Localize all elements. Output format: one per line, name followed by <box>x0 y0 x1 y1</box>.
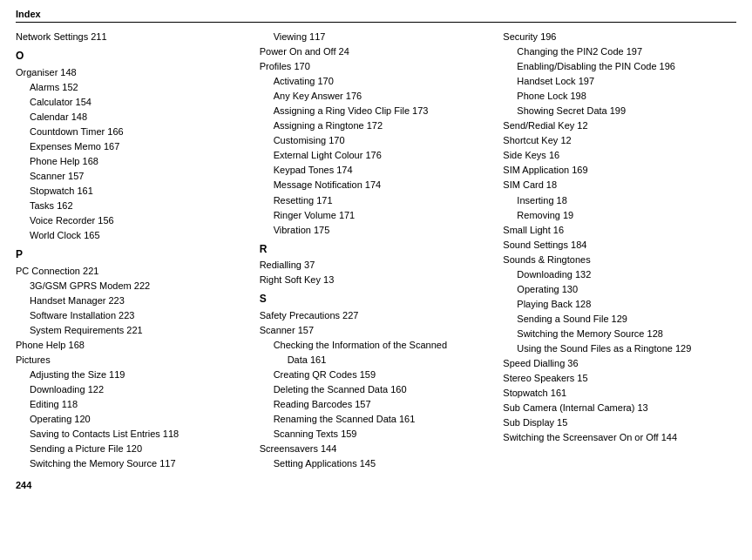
index-entry-indent1: Message Notification 174 <box>274 178 493 192</box>
index-entry-indent1: Deleting the Scanned Data 160 <box>274 382 493 397</box>
column-2: Viewing 117Power On and Off 24Profiles 1… <box>260 30 504 471</box>
section-letter: S <box>260 291 493 307</box>
index-entry-indent1: Stopwatch 161 <box>30 184 249 199</box>
index-entry-indent1: Setting Applications 145 <box>274 456 493 471</box>
index-entry-indent1: Keypad Tones 174 <box>274 163 493 178</box>
index-entry-indent1: Switching the Memory Source 117 <box>30 456 249 471</box>
index-entry-indent1: Countdown Timer 166 <box>30 125 249 139</box>
index-entry-top: Right Soft Key 13 <box>260 273 493 287</box>
index-entry-indent1: Handset Lock 197 <box>517 74 736 89</box>
index-entry-top: Security 196 <box>503 30 736 44</box>
index-entry-indent1: Sending a Picture File 120 <box>30 442 249 456</box>
index-entry-top: Pictures <box>16 353 249 368</box>
page: Index Network Settings 211OOrganiser 148… <box>0 0 752 499</box>
index-entry-indent1: Switching the Memory Source 128 <box>517 327 736 341</box>
index-entry-indent1: External Light Colour 176 <box>274 148 493 163</box>
index-entry-indent1: World Clock 165 <box>30 228 249 243</box>
page-header: Index <box>16 9 736 23</box>
index-entry-indent1: Resetting 171 <box>274 193 493 208</box>
index-entry-indent1: Changing the PIN2 Code 197 <box>517 44 736 59</box>
index-entry-indent1: Reading Barcodes 157 <box>274 397 493 412</box>
index-entry-indent1: System Requirements 221 <box>30 323 249 338</box>
index-entry-indent1: Assigning a Ringtone 172 <box>274 118 493 133</box>
index-entry-indent1: Voice Recorder 156 <box>30 213 249 228</box>
index-entry-indent1: Renaming the Scanned Data 161 <box>274 412 493 427</box>
index-entry-indent1: Creating QR Codes 159 <box>274 368 493 382</box>
index-entry-indent1: Sending a Sound File 129 <box>517 312 736 327</box>
index-entry-indent1: Customising 170 <box>274 133 493 148</box>
page-number: 244 <box>16 480 31 490</box>
index-entry-indent1: Activating 170 <box>274 74 493 89</box>
index-entry-top: Shortcut Key 12 <box>503 133 736 148</box>
index-entry-top: Speed Dialling 36 <box>503 356 736 371</box>
page-footer: 244 <box>16 480 736 490</box>
index-entry-indent1: Operating 120 <box>30 412 249 427</box>
index-entry-top: Sound Settings 184 <box>503 238 736 253</box>
index-entry-indent1: Ringer Volume 171 <box>274 208 493 223</box>
index-entry-indent1: Inserting 18 <box>517 193 736 208</box>
index-entry-indent1: 3G/GSM GPRS Modem 222 <box>30 279 249 293</box>
index-entry-top: Sub Camera (Internal Camera) 13 <box>503 401 736 415</box>
section-letter: P <box>16 246 249 263</box>
section-letter: R <box>260 241 493 258</box>
index-entry-indent1: Using the Sound Files as a Ringtone 129 <box>517 341 736 356</box>
index-entry-top: SIM Application 169 <box>503 163 736 178</box>
index-entry-indent1: Showing Secret Data 199 <box>517 104 736 118</box>
index-entry-indent1: Tasks 162 <box>30 199 249 213</box>
index-entry-indent1: Saving to Contacts List Entries 118 <box>30 427 249 442</box>
index-entry-indent1: Checking the Information of the Scanned <box>274 338 493 353</box>
index-entry-indent1: Phone Help 168 <box>30 154 249 169</box>
index-entry-indent1: Adjusting the Size 119 <box>30 368 249 382</box>
index-entry-indent1: Phone Lock 198 <box>517 89 736 104</box>
index-entry-top: Redialling 37 <box>260 258 493 273</box>
index-entry-indent1: Calculator 154 <box>30 95 249 110</box>
index-entry-top: Screensavers 144 <box>260 442 493 456</box>
index-entry-indent1: Removing 19 <box>517 208 736 223</box>
index-entry-indent1: Downloading 132 <box>517 267 736 282</box>
index-entry-top: Send/Redial Key 12 <box>503 118 736 133</box>
index-entry-indent1: Alarms 152 <box>30 80 249 95</box>
index-entry-top: Stopwatch 161 <box>503 386 736 401</box>
index-entry-indent1: Playing Back 128 <box>517 297 736 312</box>
index-entry-indent2: Data 161 <box>288 353 493 368</box>
index-entry-indent1: Editing 118 <box>30 397 249 412</box>
index-entry-top: Stereo Speakers 15 <box>503 371 736 386</box>
index-entry-top: Switching the Screensaver On or Off 144 <box>503 430 736 445</box>
index-entry-top: Network Settings 211 <box>16 30 249 44</box>
index-entry-top: Scanner 157 <box>260 323 493 338</box>
index-entry-top: Side Keys 16 <box>503 148 736 163</box>
index-entry-indent1: Scanner 157 <box>30 169 249 184</box>
index-entry-top: Organiser 148 <box>16 65 249 80</box>
index-entry-top: PC Connection 221 <box>16 264 249 279</box>
index-entry-top: Power On and Off 24 <box>260 44 493 59</box>
index-entry-indent1: Scanning Texts 159 <box>274 427 493 442</box>
index-entry-top: Phone Help 168 <box>16 338 249 353</box>
index-entry-top: Profiles 170 <box>260 59 493 74</box>
index-entry-top: Small Light 16 <box>503 223 736 238</box>
index-entry-indent1: Enabling/Disabling the PIN Code 196 <box>517 59 736 74</box>
column-1: Network Settings 211OOrganiser 148Alarms… <box>16 30 260 471</box>
index-entry-top: Sub Display 15 <box>503 415 736 430</box>
index-entry-indent1: Handset Manager 223 <box>30 293 249 308</box>
index-entry-top: SIM Card 18 <box>503 178 736 192</box>
index-entry-indent1: Downloading 122 <box>30 382 249 397</box>
index-columns: Network Settings 211OOrganiser 148Alarms… <box>16 30 736 471</box>
index-entry-top: Safety Precautions 227 <box>260 308 493 323</box>
column-3: Security 196Changing the PIN2 Code 197En… <box>503 30 736 471</box>
header-title: Index <box>16 9 41 19</box>
index-entry-indent1: Vibration 175 <box>274 223 493 238</box>
index-entry-indent1: Software Installation 223 <box>30 308 249 323</box>
index-entry-indent1: Any Key Answer 176 <box>274 89 493 104</box>
index-entry-top: Sounds & Ringtones <box>503 253 736 267</box>
index-entry-indent1: Operating 130 <box>517 282 736 297</box>
index-entry-indent1: Viewing 117 <box>274 30 493 44</box>
index-entry-indent1: Assigning a Ring Video Clip File 173 <box>274 104 493 118</box>
index-entry-indent1: Expenses Memo 167 <box>30 139 249 154</box>
section-letter: O <box>16 48 249 64</box>
index-entry-indent1: Calendar 148 <box>30 110 249 125</box>
